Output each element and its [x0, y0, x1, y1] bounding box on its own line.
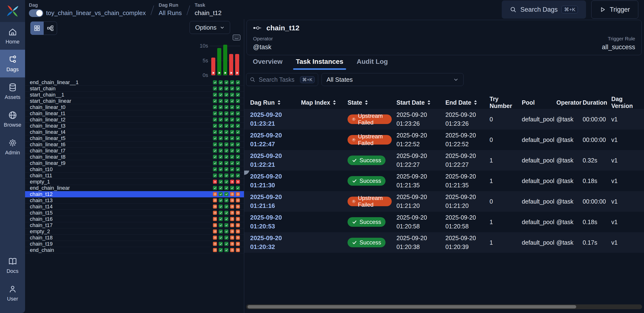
task-instance-status-success[interactable]	[219, 198, 223, 202]
task-instance-status-upstream_failed[interactable]	[230, 223, 234, 227]
dag-run-link[interactable]: 2025-09-2001:22:21	[244, 151, 296, 169]
task-instance-status-success[interactable]	[224, 80, 228, 84]
task-grid-row[interactable]: end_chain_linear__1	[25, 79, 244, 86]
task-instance-status-success[interactable]	[224, 236, 228, 240]
task-instance-status-upstream_failed[interactable]	[236, 192, 240, 196]
task-instance-status-success[interactable]	[219, 80, 223, 84]
task-instance-status-success[interactable]	[236, 118, 240, 122]
task-instance-status-success[interactable]	[219, 105, 223, 109]
task-instance-status-success[interactable]	[224, 211, 228, 215]
task-instance-status-upstream_failed[interactable]	[230, 217, 234, 221]
task-instance-status-upstream_failed[interactable]	[236, 242, 240, 246]
column-header-end-date[interactable]: End Date	[441, 99, 485, 106]
task-instance-status-success[interactable]	[219, 180, 223, 184]
task-instance-status-upstream_failed[interactable]	[230, 248, 234, 252]
task-instance-status-success[interactable]	[219, 130, 223, 134]
sidebar-item-dags[interactable]: Dags	[0, 50, 25, 77]
task-instance-status-success[interactable]	[219, 192, 223, 196]
task-instance-status-success[interactable]	[224, 198, 228, 202]
task-instance-status-success[interactable]	[219, 136, 223, 140]
tab-overview[interactable]: Overview	[253, 58, 282, 70]
task-instance-status-success[interactable]	[230, 118, 234, 122]
task-instance-status-success[interactable]	[213, 124, 217, 128]
task-instance-status-success[interactable]	[213, 87, 217, 91]
task-instance-status-success[interactable]	[236, 87, 240, 91]
sidebar-item-docs[interactable]: Docs	[0, 251, 25, 279]
task-grid-row[interactable]: chain_t14	[25, 204, 244, 210]
task-grid-row[interactable]: chain_t12	[25, 191, 244, 197]
task-instance-status-success[interactable]	[230, 149, 234, 153]
dag-pause-toggle[interactable]	[29, 9, 43, 17]
task-instance-status-success[interactable]	[219, 93, 223, 97]
dag-run-link[interactable]: 2025-09-2001:21:30	[244, 172, 296, 190]
task-instance-status-success[interactable]	[224, 87, 228, 91]
task-grid-row[interactable]: start_chain	[25, 86, 244, 92]
column-header-start-date[interactable]: Start Date	[392, 99, 441, 106]
dag-run-duration-bar[interactable]	[229, 54, 233, 75]
task-instance-status-success[interactable]	[219, 242, 223, 246]
task-grid-row[interactable]: end_chain	[25, 247, 244, 253]
task-instance-status-success[interactable]	[219, 248, 223, 252]
task-instance-status-failed[interactable]	[236, 180, 240, 184]
task-instance-status-upstream_failed[interactable]	[213, 248, 217, 252]
dag-run-link[interactable]: 2025-09-2001:21:16	[244, 193, 296, 210]
task-instance-status-upstream_failed[interactable]	[213, 242, 217, 246]
dag-run-link[interactable]: 2025-09-2001:23:21	[244, 110, 296, 128]
task-instance-status-success[interactable]	[213, 161, 217, 165]
dagrun-link[interactable]: All Runs	[159, 9, 182, 17]
task-instance-status-success[interactable]	[213, 111, 217, 115]
task-instance-status-upstream_failed[interactable]	[230, 236, 234, 240]
task-grid-row[interactable]: chain_linear_t1	[25, 110, 244, 117]
task-instance-status-success[interactable]	[224, 149, 228, 153]
task-instance-status-success[interactable]	[213, 105, 217, 109]
task-instance-status-success[interactable]	[213, 80, 217, 84]
task-grid-row[interactable]: chain_linear_t5	[25, 135, 244, 141]
task-instance-status-upstream_failed[interactable]	[213, 236, 217, 240]
task-instance-status-success[interactable]	[224, 192, 228, 196]
task-instance-status-upstream_failed[interactable]	[213, 204, 217, 209]
task-instance-status-success[interactable]	[230, 87, 234, 91]
dag-run-duration-bar[interactable]	[235, 54, 239, 75]
sidebar-item-admin[interactable]: Admin	[0, 133, 25, 161]
sort-icon[interactable]	[332, 100, 336, 105]
task-grid-row[interactable]: chain_t18	[25, 235, 244, 241]
task-instance-status-success[interactable]	[236, 124, 240, 128]
task-instance-status-upstream_failed[interactable]	[213, 211, 217, 215]
task-instance-status-upstream_failed[interactable]	[213, 198, 217, 202]
task-instance-status-success[interactable]	[230, 105, 234, 109]
task-grid-row[interactable]: start_chain__1	[25, 92, 244, 98]
column-header-map-index[interactable]: Map Index	[296, 99, 343, 106]
task-instance-status-success[interactable]	[230, 136, 234, 140]
graph-view-button[interactable]	[44, 22, 57, 35]
tab-audit-log[interactable]: Audit Log	[356, 58, 388, 70]
task-instance-status-success[interactable]	[213, 93, 217, 97]
task-instance-status-success[interactable]	[224, 161, 228, 165]
task-instance-status-success[interactable]	[213, 136, 217, 140]
task-instance-status-success[interactable]	[230, 155, 234, 159]
scrollbar-thumb[interactable]	[248, 305, 576, 308]
dag-run-link[interactable]: 2025-09-2001:20:32	[244, 234, 296, 251]
task-instance-status-success[interactable]	[230, 173, 234, 178]
task-instance-status-success[interactable]	[236, 99, 240, 103]
tab-task-instances[interactable]: Task Instances	[296, 58, 344, 70]
dag-run-duration-bar[interactable]	[223, 45, 227, 75]
task-instance-status-success[interactable]	[230, 161, 234, 165]
task-instance-status-failed[interactable]	[213, 180, 217, 184]
task-instance-status-upstream_failed[interactable]	[230, 242, 234, 246]
task-instance-status-success[interactable]	[230, 80, 234, 84]
dag-run-duration-bar[interactable]	[217, 48, 221, 75]
sort-icon[interactable]	[474, 100, 478, 105]
task-instance-status-upstream_failed[interactable]	[230, 229, 234, 233]
task-instance-status-success[interactable]	[219, 87, 223, 91]
task-instance-status-success[interactable]	[219, 155, 223, 159]
task-instance-status-success[interactable]	[224, 180, 228, 184]
task-instance-status-success[interactable]	[213, 186, 217, 190]
task-instance-status-success[interactable]	[236, 161, 240, 165]
task-instance-status-success[interactable]	[224, 229, 228, 233]
task-instance-status-upstream_failed[interactable]	[236, 217, 240, 221]
task-instance-status-success[interactable]	[236, 80, 240, 84]
task-instance-status-success[interactable]	[224, 93, 228, 97]
task-grid-row[interactable]: chain_linear_t9	[25, 160, 244, 166]
horizontal-scrollbar[interactable]	[246, 304, 642, 309]
task-instance-status-success[interactable]	[230, 186, 234, 190]
